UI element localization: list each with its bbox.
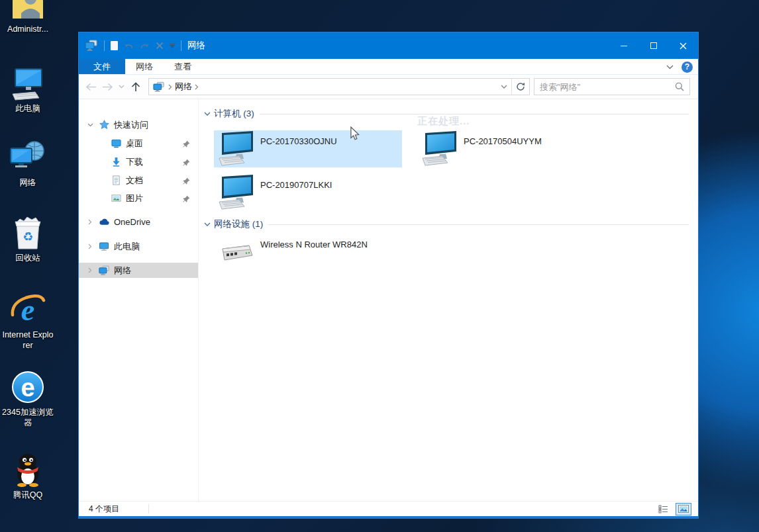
large-icons-view-icon	[678, 505, 689, 513]
forward-icon[interactable]	[102, 83, 113, 91]
minimize-button[interactable]	[609, 32, 638, 59]
sidebar-item-network[interactable]: 网络	[79, 263, 198, 278]
details-view-icon	[658, 505, 669, 513]
pin-icon	[183, 177, 190, 187]
computer-icon	[214, 174, 260, 211]
group-header-label: 计算机 (3)	[214, 108, 254, 120]
window-title: 网络	[187, 40, 205, 52]
address-dropdown-icon[interactable]	[497, 79, 511, 95]
items-view: 正在处理... 计算机 (3) PC-20170330OJNU PC-20170…	[199, 99, 698, 501]
user-folder-icon	[11, 0, 45, 21]
desktop-icon-tencent-qq[interactable]: 腾讯QQ	[1, 453, 54, 500]
network-globe-icon	[9, 140, 46, 175]
chevron-right-icon[interactable]	[85, 219, 95, 225]
device-name: Wireless N Router WR842N	[260, 234, 368, 272]
desktop-icon-label: Internet Explorer	[1, 330, 54, 351]
customize-toolbar-icon[interactable]	[170, 44, 175, 48]
desktop-icon-recycle-bin[interactable]: ♻ 回收站	[1, 216, 54, 263]
tab-network[interactable]: 网络	[125, 59, 164, 74]
sidebar-item-label: 快速访问	[114, 119, 148, 131]
sidebar-item-quick-access[interactable]: 快速访问	[79, 117, 198, 132]
refresh-icon[interactable]	[512, 79, 529, 95]
divider	[181, 40, 181, 51]
back-icon[interactable]	[85, 83, 97, 91]
breadcrumb-network[interactable]: 网络	[175, 81, 192, 93]
downloads-icon	[110, 157, 122, 167]
close-button[interactable]	[668, 32, 698, 59]
sidebar-item-desktop[interactable]: 桌面	[79, 136, 198, 151]
items-count: 4 个项目	[89, 504, 119, 515]
sidebar-item-documents[interactable]: 文档	[79, 173, 198, 188]
properties-icon[interactable]	[111, 41, 118, 50]
desktop-icon-2345-browser[interactable]: e 2345加速浏览器	[1, 370, 54, 429]
file-explorer-window: 网络 文件 网络 查看 ?	[78, 32, 699, 519]
mouse-cursor	[350, 126, 360, 144]
chevron-right-icon[interactable]	[85, 267, 95, 273]
details-view-button[interactable]	[656, 503, 672, 515]
maximize-icon	[650, 42, 657, 49]
desktop-icon-label: 腾讯QQ	[13, 490, 42, 500]
maximize-button[interactable]	[638, 32, 668, 59]
computer-item-pc-20170330ojnu[interactable]: PC-20170330OJNU	[214, 130, 402, 167]
divider	[104, 40, 105, 51]
network-icon	[98, 265, 110, 276]
breadcrumb-chevron-icon[interactable]	[195, 84, 199, 90]
address-bar[interactable]: 网络	[148, 78, 530, 95]
computer-name: PC-20190707LKKI	[260, 174, 332, 211]
recent-locations-icon[interactable]	[119, 85, 125, 89]
title-bar: 网络	[79, 32, 698, 59]
computer-icon	[417, 130, 464, 167]
desktop-icon-this-pc[interactable]: 此电脑	[1, 66, 54, 114]
sidebar-item-label: 文档	[126, 175, 143, 187]
sidebar-item-pictures[interactable]: 图片	[79, 191, 198, 206]
divider	[148, 504, 149, 513]
group-collapse-icon[interactable]	[204, 222, 211, 227]
group-header-computers[interactable]: 计算机 (3)	[204, 107, 698, 120]
chevron-right-icon[interactable]	[85, 244, 95, 249]
large-icons-view-button[interactable]	[676, 503, 691, 515]
search-input[interactable]	[540, 82, 675, 92]
desktop-icon-label: Administr...	[7, 24, 48, 34]
computer-name: PC-20170330OJNU	[260, 130, 337, 167]
tab-file[interactable]: 文件	[79, 59, 125, 74]
close-icon	[680, 42, 687, 50]
ribbon-tab-bar: 文件 网络 查看 ?	[79, 59, 698, 75]
desktop-icon-administrator[interactable]: Administr...	[1, 0, 54, 34]
group-header-network-infrastructure[interactable]: 网络设施 (1)	[204, 218, 698, 231]
explorer-content: 快速访问 桌面 下载	[79, 99, 698, 501]
search-icon[interactable]	[675, 82, 684, 91]
tab-view[interactable]: 查看	[164, 59, 202, 74]
sidebar-item-onedrive[interactable]: OneDrive	[79, 214, 198, 230]
internet-explorer-icon: e	[10, 292, 46, 327]
computer-item-pc-20170504uyym[interactable]: PC-20170504UYYM	[417, 130, 605, 167]
help-button[interactable]: ?	[682, 62, 693, 73]
undo-icon[interactable]	[124, 42, 134, 50]
desktop-icon-internet-explorer[interactable]: e Internet Explorer	[1, 292, 54, 351]
pin-icon	[183, 140, 190, 150]
group-header-rule	[268, 224, 689, 225]
search-box[interactable]	[534, 78, 690, 95]
computer-item-pc-20190707lkki[interactable]: PC-20190707LKKI	[214, 174, 402, 211]
group-collapse-icon[interactable]	[204, 112, 211, 116]
quick-access-star-icon	[98, 120, 110, 130]
desktop-folder-icon	[110, 138, 122, 148]
chevron-down-icon[interactable]	[85, 123, 95, 127]
breadcrumb-location-icon	[153, 81, 165, 93]
delete-icon[interactable]	[156, 42, 164, 50]
redo-icon[interactable]	[140, 42, 150, 50]
this-pc-icon	[10, 66, 46, 101]
expand-ribbon-icon[interactable]	[666, 65, 674, 69]
desktop-icon-network[interactable]: 网络	[1, 140, 54, 188]
desktop-icon-label: 2345加速浏览器	[1, 407, 54, 429]
router-icon	[214, 234, 260, 272]
pin-icon	[183, 195, 190, 204]
up-icon[interactable]	[131, 82, 140, 92]
breadcrumb-chevron-icon[interactable]	[168, 84, 172, 90]
address-toolbar: 网络	[79, 75, 698, 99]
sidebar-item-downloads[interactable]: 下载	[79, 154, 198, 169]
svg-text:♻: ♻	[23, 230, 33, 244]
device-item-wireless-router[interactable]: Wireless N Router WR842N	[214, 234, 402, 272]
sidebar-item-this-pc[interactable]: 此电脑	[79, 239, 198, 254]
sidebar-item-label: 桌面	[126, 138, 143, 150]
pictures-icon	[110, 193, 122, 203]
